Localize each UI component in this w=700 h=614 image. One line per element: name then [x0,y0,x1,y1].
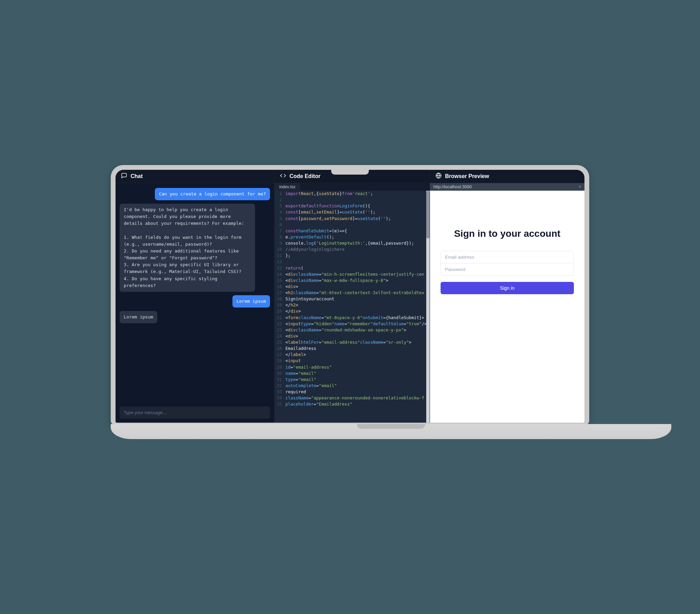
line-content: </div> [285,308,301,314]
line-number: 26 [274,346,285,352]
line-number: 18 [274,296,285,302]
code-line: 7consthandleSubmit=(e)=>{ [274,228,430,234]
code-line: 24<div> [274,333,430,339]
code-line: 3exportdefaultfunctionLoginForm(){ [274,203,430,209]
preview-panel: Browser Preview http://localhost:3000 × … [430,170,585,423]
line-content: e.preventDefault(); [285,234,334,240]
chat-input[interactable] [120,406,270,418]
line-number: 22 [274,321,285,327]
line-content: <divclassName="rounded-mdshadow-sm-space… [285,327,407,333]
line-content: <div> [285,333,298,339]
line-content: exportdefaultfunctionLoginForm(){ [285,203,370,209]
code-line: 30name="email" [274,371,430,377]
code-scroll[interactable]: 1importReact,{useState}from'react';23exp… [274,191,430,423]
editor-tab[interactable]: index.tsx [274,183,300,191]
line-content: //Addyourloginlogichere [285,246,345,252]
code-line: 20</div> [274,308,430,314]
browser-viewport: Sign in to your account Sign in [430,191,585,423]
line-number: 19 [274,302,285,308]
line-number: 13 [274,265,285,271]
chat-icon [121,173,127,180]
code-line: 15<divclassName="max-w-mdw-fullspace-y-8… [274,277,430,284]
code-line: 17<h2className="mt-6text-centertext-3xlf… [274,290,430,296]
line-content: const[password,setPassword]=useState('')… [285,216,391,222]
line-content: className="appearance-nonerounded-nonere… [285,395,424,401]
line-content: id="email-address" [285,364,332,371]
code-line: 35placeholder="Emailaddress" [274,401,430,407]
line-content: consthandleSubmit=(e)=>{ [285,228,347,234]
line-number: 11 [274,252,285,259]
email-field[interactable] [441,251,574,263]
line-number: 7 [274,228,285,234]
line-content: placeholder="Emailaddress" [285,401,352,407]
line-content: <labelhtmlFor="email-address"className="… [285,339,412,346]
editor-title: Code Editor [289,173,321,179]
code-icon [280,173,286,180]
line-content: importReact,{useState}from'react'; [285,191,373,197]
line-number: 17 [274,290,285,296]
app: Chat Can you create a login component fo… [115,170,585,423]
line-content: required [285,389,306,395]
password-field[interactable] [441,263,574,275]
line-number: 8 [274,234,285,240]
signin-heading: Sign in to your account [454,228,560,239]
line-content: </h2> [285,302,298,308]
laptop-base [111,424,671,439]
panels: Chat Can you create a login component fo… [115,170,585,423]
chat-message-user: Lorem ipsum [233,295,270,308]
chat-message-assistant: I'd be happy to help you create a login … [120,204,255,292]
code-line: 32autoComplete="email" [274,383,430,389]
line-number: 27 [274,352,285,358]
line-number: 14 [274,271,285,277]
code-line: 25<labelhtmlFor="email-address"className… [274,339,430,346]
line-content: return( [285,265,303,271]
line-number: 16 [274,284,285,290]
code-line: 5const[password,setPassword]=useState(''… [274,216,430,222]
line-number: 23 [274,327,285,333]
notch [331,170,369,175]
line-content: <divclassName="max-w-mdw-fullspace-y-8"> [285,277,388,284]
code-line: 13return( [274,265,430,271]
code-line: 6 [274,222,430,228]
line-content: </label> [285,352,306,358]
line-content: Signintoyouraccount [285,296,334,302]
line-content: <input [285,358,301,364]
url-bar[interactable]: http://localhost:3000 × [430,183,585,191]
code-line: 18Signintoyouraccount [274,296,430,302]
chat-header: Chat [115,170,274,183]
line-content: autoComplete="email" [285,383,337,389]
line-content: console.log('Loginattemptwith:',{email,p… [285,240,414,246]
chat-body: Can you create a login component for me?… [115,183,274,403]
line-number: 20 [274,308,285,314]
editor-tabbar: index.tsx [274,183,430,191]
code-line: 1importReact,{useState}from'react'; [274,191,430,197]
line-number: 9 [274,240,285,246]
line-content: const[email,setEmail]=useState(''); [285,209,376,215]
code-line: 10//Addyourloginlogichere [274,246,430,252]
preview-title: Browser Preview [445,173,489,179]
code-line: 2 [274,197,430,203]
line-content: <divclassName="min-h-screenflexitems-cen… [285,271,424,277]
line-content: <h2className="mt-6text-centertext-3xlfon… [285,290,424,296]
editor-panel: Code Editor index.tsx 1importReact,{useS… [274,170,430,423]
code-line: 28<input [274,358,430,364]
code-line: 27</label> [274,352,430,358]
code-line: 31type="email" [274,377,430,383]
line-number: 21 [274,315,285,321]
line-number: 28 [274,358,285,364]
line-content: <formclassName="mt-8space-y-6"onSubmit={… [285,315,424,321]
signin-button[interactable]: Sign in [440,282,574,294]
line-number: 10 [274,246,285,252]
line-number: 15 [274,277,285,284]
code-line: 26Emailaddress [274,346,430,352]
code-line: 21<formclassName="mt-8space-y-6"onSubmit… [274,315,430,321]
laptop-frame: Chat Can you create a login component fo… [111,165,589,439]
line-number: 5 [274,216,285,222]
code-line: 4const[email,setEmail]=useState(''); [274,209,430,215]
close-icon[interactable]: × [579,185,581,189]
line-content: }; [285,252,290,259]
preview-header: Browser Preview [430,170,585,183]
line-number: 34 [274,395,285,401]
signin-card [440,251,574,276]
code-line: 14<divclassName="min-h-screenflexitems-c… [274,271,430,277]
